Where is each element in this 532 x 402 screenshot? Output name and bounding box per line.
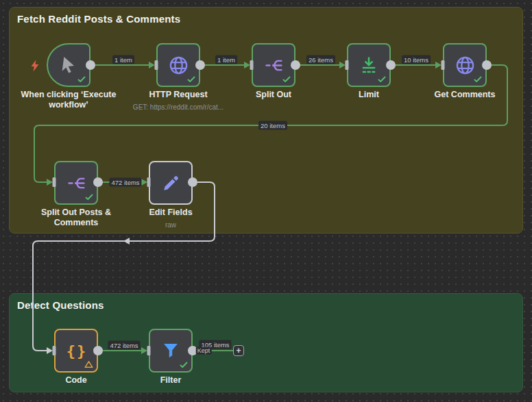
items-count-label: 472 items	[109, 178, 141, 187]
node-label-filter: Filter	[116, 375, 226, 386]
items-count-label: 26 items	[306, 55, 335, 64]
node-get-comments[interactable]	[443, 43, 487, 87]
sticky-note-title: Detect Questions	[10, 294, 522, 316]
node-subtitle-http-request: GET: https://reddit.com/r/cat...	[123, 102, 233, 112]
node-label-http-request: HTTP Request GET: https://reddit.com/r/c…	[123, 90, 233, 112]
node-label-split-out-posts: Split Out Posts & Comments	[21, 208, 131, 228]
node-manual-trigger[interactable]	[47, 43, 90, 87]
node-label-limit: Limit	[314, 90, 424, 100]
node-label-code: Code	[21, 375, 131, 386]
items-count-label: 472 items	[108, 341, 140, 350]
items-count-label: 10 items	[402, 55, 431, 64]
success-check-icon	[187, 76, 195, 83]
success-check-icon	[180, 362, 188, 368]
node-label-manual-trigger: When clicking ‘Execute workflow’	[14, 90, 123, 110]
items-count-label: 1 item	[112, 55, 134, 64]
execute-bolt-icon	[30, 60, 40, 72]
items-count-label: 1 item	[215, 55, 237, 64]
sticky-note-title: Fetch Reddit Posts & Comments	[10, 8, 522, 30]
success-check-icon	[77, 76, 86, 83]
items-count-label: 20 items	[258, 121, 287, 130]
node-edit-fields[interactable]	[149, 161, 193, 205]
success-check-icon	[85, 194, 93, 201]
node-split-out[interactable]	[252, 43, 295, 87]
success-check-icon	[474, 76, 482, 83]
add-node-button[interactable]: +	[233, 345, 244, 356]
node-subtitle-edit-fields: raw	[116, 220, 226, 230]
node-label-split-out: Split Out	[219, 90, 328, 100]
workflow-canvas[interactable]: Fetch Reddit Posts & Comments Detect Que…	[0, 0, 532, 402]
node-http-request[interactable]	[156, 43, 200, 87]
node-split-out-posts-comments[interactable]	[54, 161, 98, 205]
pencil-icon	[150, 162, 191, 203]
node-label-get-comments: Get Comments	[410, 90, 520, 100]
node-limit[interactable]	[347, 43, 391, 87]
warning-triangle-icon	[84, 360, 93, 368]
success-check-icon	[282, 76, 291, 83]
node-label-edit-fields: Edit Fields raw	[116, 208, 226, 230]
node-code[interactable]: {}	[54, 329, 98, 373]
node-filter[interactable]	[149, 329, 193, 373]
output-branch-label-kept: Kept	[196, 347, 212, 355]
success-check-icon	[378, 76, 386, 83]
plus-icon: +	[236, 347, 241, 355]
